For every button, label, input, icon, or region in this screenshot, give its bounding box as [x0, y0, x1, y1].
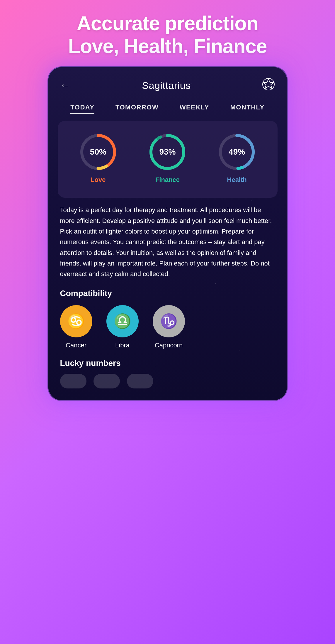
tab-today[interactable]: TODAY: [70, 102, 94, 114]
love-circle: 50%: [78, 131, 119, 173]
star-icon[interactable]: [262, 78, 275, 93]
compat-libra: ♎ Libra: [106, 305, 139, 349]
health-percent: 49%: [229, 147, 245, 157]
cancer-icon: ♋: [60, 305, 92, 337]
capricorn-label: Capricorn: [155, 342, 183, 349]
compatibility-row: ♋ Cancer ♎ Libra ♑ Capricorn: [48, 305, 287, 359]
back-button[interactable]: ←: [60, 79, 71, 92]
health-circle-item: 49% Health: [216, 131, 257, 184]
finance-circle-item: 93% Finance: [147, 131, 188, 184]
love-percent: 50%: [90, 147, 106, 157]
love-circle-item: 50% Love: [78, 131, 119, 184]
circles-row: 50% Love 93%: [64, 131, 272, 184]
stats-card: 50% Love 93%: [58, 121, 278, 198]
lucky-numbers-title: Lucky numbers: [60, 359, 275, 368]
health-label: Health: [227, 176, 247, 184]
compat-capricorn: ♑ Capricorn: [153, 305, 185, 349]
svg-marker-0: [263, 79, 274, 89]
lucky-section: Lucky numbers: [48, 359, 287, 400]
finance-circle: 93%: [147, 131, 188, 173]
top-nav: ← Sagittarius: [48, 67, 287, 99]
header-section: Accurate prediction Love, Health, Financ…: [50, 0, 284, 66]
compat-cancer: ♋ Cancer: [60, 305, 92, 349]
svg-point-1: [263, 78, 274, 90]
lucky-num-1: [60, 374, 86, 388]
tab-tomorrow[interactable]: TOMORROW: [115, 102, 159, 114]
header-line2: Love, Health, Finance: [68, 35, 267, 58]
libra-icon: ♎: [106, 305, 139, 337]
tab-monthly[interactable]: MONTHLY: [230, 102, 264, 114]
description-text: Today is a perfect day for therapy and t…: [48, 205, 287, 289]
health-circle: 49%: [216, 131, 257, 173]
cancer-label: Cancer: [66, 342, 86, 349]
libra-label: Libra: [115, 342, 130, 349]
phone-screen: ← Sagittarius TODAY TOMORROW WEEKLY MONT…: [48, 67, 287, 400]
header-line1: Accurate prediction: [68, 12, 267, 35]
phone-mockup: ← Sagittarius TODAY TOMORROW WEEKLY MONT…: [47, 66, 288, 401]
sign-title: Sagittarius: [142, 80, 191, 91]
finance-percent: 93%: [159, 147, 176, 157]
compatibility-title: Compatibility: [48, 289, 287, 305]
love-label: Love: [91, 176, 106, 184]
tab-weekly[interactable]: WEEKLY: [180, 102, 209, 114]
lucky-num-3: [127, 374, 153, 388]
lucky-numbers-row: [60, 374, 275, 388]
capricorn-icon: ♑: [153, 305, 185, 337]
lucky-num-2: [93, 374, 120, 388]
tabs-row: TODAY TOMORROW WEEKLY MONTHLY: [48, 99, 287, 121]
finance-label: Finance: [155, 176, 180, 184]
